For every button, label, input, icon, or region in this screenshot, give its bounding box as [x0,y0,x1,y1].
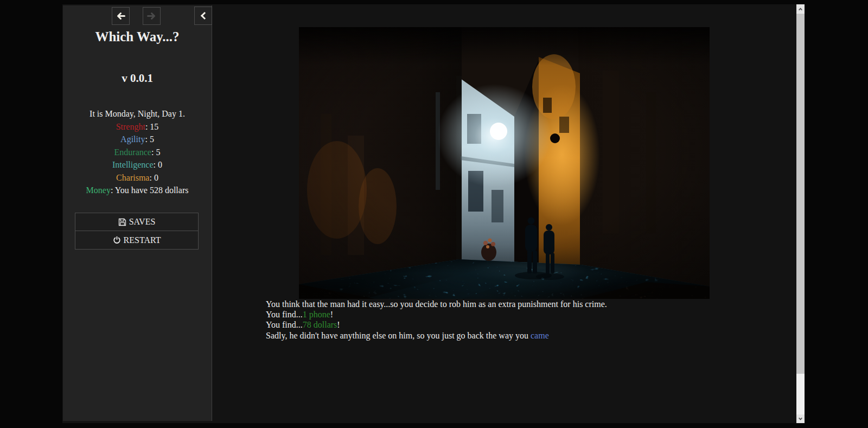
stat-separator: : [111,186,115,195]
scroll-down-button[interactable] [796,414,805,423]
stat-label: Intelligence [112,160,154,169]
browser-viewport: Which Way...? v 0.0.1 It is Monday, Nigh… [62,4,796,423]
sidebar-menu: SAVES RESTART [75,213,199,250]
chevron-down-icon [799,416,802,420]
stat-value: 5 [150,135,154,144]
stats-panel: It is Monday, Night, Day 1. Strenght: 15… [63,107,212,197]
stat-label: Endurance [114,148,151,157]
stat-endurance: Endurance: 5 [63,146,212,159]
stat-separator: : [149,173,154,182]
left-arrow-icon [116,11,126,21]
story-paragraph: You think that the man had it easy...so … [266,299,742,309]
saves-label: SAVES [129,217,156,227]
power-icon [113,236,121,244]
stat-value: 5 [156,148,160,157]
chevron-left-icon [200,12,208,20]
status-line: It is Monday, Night, Day 1. [63,107,212,120]
game-title: Which Way...? [63,29,212,44]
loot-item-dollars: 78 dollars [303,320,337,329]
stat-label: Agility [120,135,145,144]
closing-line: Sadly, he didn't have anything else on h… [266,330,742,341]
stat-money: Money: You have 528 dollars [63,184,212,197]
stat-label: Charisma [116,173,149,182]
chevron-up-icon [799,8,802,11]
loot-lines: You find...1 phone! You find...78 dollar… [266,309,742,330]
stat-strength: Strenght: 15 [63,120,212,133]
find-prefix: You find... [266,320,303,329]
find-suffix: ! [337,320,340,329]
find-phone-line: You find...1 phone! [266,310,333,319]
loot-item-phone: 1 phone [303,310,330,319]
restart-label: RESTART [124,235,161,245]
passage: You think that the man had it easy...so … [266,26,742,341]
game-version: v 0.0.1 [63,72,212,85]
stat-label: Money [86,186,111,195]
stat-intelligence: Intelligence: 0 [63,158,212,171]
scroll-up-button[interactable] [796,4,805,13]
stat-value: 0 [158,160,162,169]
sidebar-collapse-button[interactable] [194,7,212,25]
stat-agility: Agility: 5 [63,133,212,146]
history-forward-button[interactable] [143,7,161,25]
closing-text: Sadly, he didn't have anything else on h… [266,331,531,340]
stat-value: You have 528 dollars [115,186,189,195]
stat-separator: : [154,160,158,169]
find-prefix: You find... [266,310,303,319]
restart-button[interactable]: RESTART [75,231,198,249]
came-link[interactable]: came [531,331,549,340]
sidebar: Which Way...? v 0.0.1 It is Monday, Nigh… [63,5,212,421]
stat-label: Strenght [116,122,145,131]
find-suffix: ! [330,310,333,319]
scrollbar-thumb[interactable] [796,14,805,374]
save-icon [118,218,126,226]
stat-charisma: Charisma: 0 [63,171,212,184]
saves-button[interactable]: SAVES [75,213,198,231]
stat-value: 0 [154,173,158,182]
night-alley-photo [299,27,710,299]
history-back-button[interactable] [112,7,130,25]
right-arrow-icon [146,11,157,21]
find-dollars-line: You find...78 dollars! [266,320,340,329]
stat-separator: : [145,135,149,144]
scrollbar[interactable] [796,4,805,423]
stat-value: 15 [150,122,158,131]
